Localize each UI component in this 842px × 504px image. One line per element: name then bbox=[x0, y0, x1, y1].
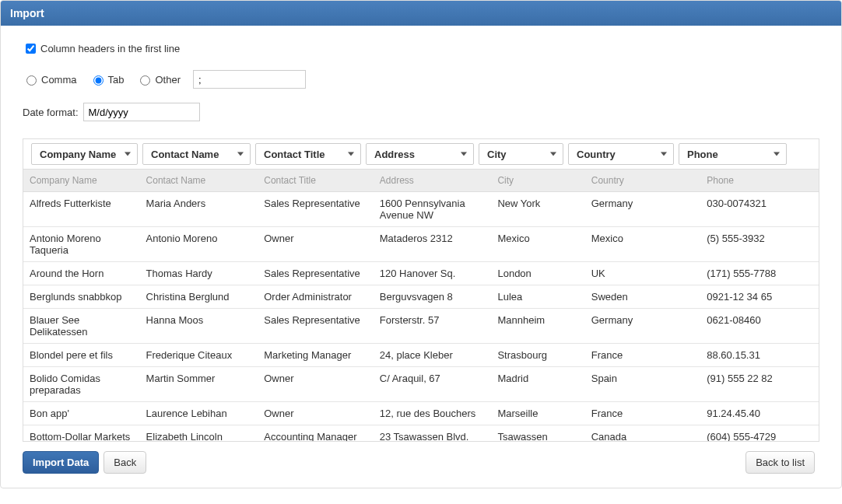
panel-title: Import bbox=[1, 1, 841, 26]
map-select-label: Contact Title bbox=[264, 149, 325, 160]
delimiter-tab-label[interactable]: Tab bbox=[89, 73, 125, 86]
delimiter-comma-label[interactable]: Comma bbox=[23, 73, 77, 86]
cell-phone: 0621-08460 bbox=[700, 309, 819, 344]
import-data-button[interactable]: Import Data bbox=[23, 451, 99, 474]
cell-company: Bon app' bbox=[23, 402, 140, 425]
map-select-company[interactable]: Company Name bbox=[31, 143, 138, 165]
chevron-down-icon bbox=[661, 152, 667, 156]
cell-address: 120 Hanover Sq. bbox=[374, 262, 492, 285]
cell-title: Sales Representative bbox=[258, 192, 374, 227]
map-select-label: Company Name bbox=[40, 149, 116, 160]
cell-contact: Maria Anders bbox=[140, 192, 258, 227]
cell-contact: Laurence Lebihan bbox=[140, 402, 258, 425]
cell-contact: Hanna Moos bbox=[140, 309, 258, 344]
cell-address: Berguvsvagen 8 bbox=[374, 285, 492, 309]
cell-company: Bottom-Dollar Markets bbox=[23, 425, 140, 442]
table-row: Blauer See DelikatessenHanna MoosSales R… bbox=[23, 309, 819, 344]
cell-address: 12, rue des Bouchers bbox=[374, 402, 492, 425]
delimiter-other-radio[interactable] bbox=[140, 75, 150, 86]
date-format-row: Date format: bbox=[23, 103, 819, 121]
map-select-label: Phone bbox=[687, 149, 718, 160]
back-button[interactable]: Back bbox=[103, 451, 146, 474]
grid-scroll-area[interactable]: Company NameContact NameContact TitleAdd… bbox=[23, 169, 819, 441]
cell-city: Marseille bbox=[491, 402, 584, 425]
cell-phone: 030-0074321 bbox=[700, 192, 819, 227]
map-select-label: Contact Name bbox=[151, 149, 219, 160]
map-select-city[interactable]: City bbox=[479, 143, 563, 165]
cell-contact: Antonio Moreno bbox=[140, 227, 258, 262]
column-header-city: City bbox=[491, 170, 584, 192]
cell-address: Mataderos 2312 bbox=[374, 227, 492, 262]
chevron-down-icon bbox=[461, 152, 467, 156]
table-row: Bottom-Dollar MarketsElizabeth LincolnAc… bbox=[23, 425, 819, 442]
map-select-address[interactable]: Address bbox=[366, 143, 474, 165]
cell-contact: Martin Sommer bbox=[140, 367, 258, 402]
header-row: Company NameContact NameContact TitleAdd… bbox=[23, 170, 819, 192]
data-table: Company NameContact NameContact TitleAdd… bbox=[23, 170, 819, 441]
mapping-row: Company NameContact NameContact TitleAdd… bbox=[23, 139, 819, 169]
cell-country: Spain bbox=[585, 367, 701, 402]
delimiter-tab-text: Tab bbox=[108, 74, 125, 86]
cell-title: Marketing Manager bbox=[258, 344, 374, 367]
column-header-phone: Phone bbox=[700, 170, 819, 192]
cell-address: C/ Araquil, 67 bbox=[374, 367, 492, 402]
column-header-contact: Contact Name bbox=[140, 170, 258, 192]
table-row: Blondel pere et filsFrederique CiteauxMa… bbox=[23, 344, 819, 367]
cell-city: New York bbox=[491, 192, 584, 227]
cell-contact: Frederique Citeaux bbox=[140, 344, 258, 367]
cell-title: Owner bbox=[258, 227, 374, 262]
cell-company: Bolido Comidas preparadas bbox=[23, 367, 140, 402]
column-header-country: Country bbox=[585, 170, 701, 192]
date-format-label: Date format: bbox=[23, 107, 79, 118]
headers-checkbox-label[interactable]: Column headers in the first line bbox=[23, 41, 180, 56]
delimiter-other-text: Other bbox=[155, 74, 181, 86]
cell-company: Alfreds Futterkiste bbox=[23, 192, 140, 227]
cell-title: Sales Representative bbox=[258, 262, 374, 285]
map-cell-country: Country bbox=[568, 143, 679, 165]
panel-body: Column headers in the first line Comma T… bbox=[1, 26, 841, 488]
cell-country: Sweden bbox=[585, 285, 701, 309]
map-cell-phone: Phone bbox=[679, 143, 791, 165]
map-select-label: Address bbox=[374, 149, 415, 160]
table-row: Alfreds FutterkisteMaria AndersSales Rep… bbox=[23, 192, 819, 227]
cell-city: Strasbourg bbox=[491, 344, 584, 367]
delimiter-row: Comma Tab Other bbox=[23, 70, 819, 89]
delimiter-other-label[interactable]: Other bbox=[136, 73, 181, 86]
delimiter-tab-radio[interactable] bbox=[93, 75, 103, 86]
table-row: Bolido Comidas preparadasMartin SommerOw… bbox=[23, 367, 819, 402]
cell-company: Antonio Moreno Taqueria bbox=[23, 227, 140, 262]
map-select-phone[interactable]: Phone bbox=[679, 143, 787, 165]
cell-city: London bbox=[491, 262, 584, 285]
cell-city: Mexico bbox=[491, 227, 584, 262]
cell-phone: 91.24.45.40 bbox=[700, 402, 819, 425]
delimiter-comma-radio[interactable] bbox=[26, 75, 37, 86]
headers-checkbox[interactable] bbox=[26, 44, 36, 54]
cell-contact: Christina Berglund bbox=[140, 285, 258, 309]
cell-phone: 0921-12 34 65 bbox=[700, 285, 819, 309]
date-format-input[interactable] bbox=[83, 103, 200, 121]
delimiter-other-input[interactable] bbox=[193, 70, 306, 89]
cell-city: Mannheim bbox=[491, 309, 584, 344]
cell-address: 1600 Pennsylvania Avenue NW bbox=[374, 192, 492, 227]
column-header-title: Contact Title bbox=[258, 170, 374, 192]
cell-city: Lulea bbox=[491, 285, 584, 309]
delimiter-comma-text: Comma bbox=[41, 74, 77, 86]
map-select-contact[interactable]: Contact Name bbox=[142, 143, 251, 165]
cell-country: France bbox=[585, 402, 701, 425]
map-select-title[interactable]: Contact Title bbox=[255, 143, 361, 165]
back-to-list-button[interactable]: Back to list bbox=[746, 451, 815, 474]
cell-company: Blauer See Delikatessen bbox=[23, 309, 140, 344]
cell-city: Madrid bbox=[491, 367, 584, 402]
cell-address: 23 Tsawassen Blvd. bbox=[374, 425, 492, 442]
map-cell-address: Address bbox=[366, 143, 479, 165]
cell-city: Tsawassen bbox=[491, 425, 584, 442]
map-select-label: City bbox=[487, 149, 507, 160]
map-select-country[interactable]: Country bbox=[568, 143, 674, 165]
headers-row: Column headers in the first line bbox=[23, 41, 819, 56]
cell-title: Accounting Manager bbox=[258, 425, 374, 442]
column-header-address: Address bbox=[374, 170, 492, 192]
cell-country: Canada bbox=[585, 425, 701, 442]
import-panel: Import Column headers in the first line … bbox=[0, 0, 842, 488]
table-row: Bon app'Laurence LebihanOwner12, rue des… bbox=[23, 402, 819, 425]
table-row: Berglunds snabbkopChristina BerglundOrde… bbox=[23, 285, 819, 309]
